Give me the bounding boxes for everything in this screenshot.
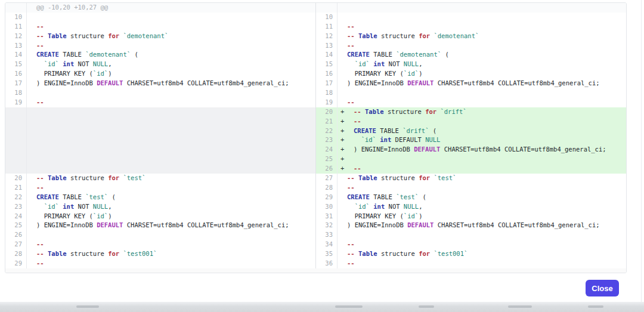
diff-row: 24 PRIMARY KEY (`id`) — [5, 212, 315, 221]
diff-row: 30 `id` int NOT NULL, — [316, 202, 626, 212]
diff-marker — [27, 69, 35, 79]
diff-row — [5, 164, 315, 174]
diff-row: 33 — [316, 230, 626, 240]
line-number — [5, 155, 27, 164]
line-number: 29 — [5, 259, 27, 268]
code-line — [346, 3, 347, 13]
line-number: 12 — [316, 32, 338, 41]
diff-row: 15 `id` int NOT NULL, — [5, 60, 315, 69]
diff-marker — [338, 50, 346, 60]
line-number: 26 — [316, 164, 338, 174]
code-line: -- — [35, 41, 44, 51]
diff-marker: + — [338, 126, 346, 136]
code-line — [346, 155, 354, 164]
line-number — [5, 145, 27, 155]
diff-marker: + — [338, 107, 346, 117]
diff-row: 25) ENGINE=InnoDB DEFAULT CHARSET=utf8mb… — [5, 221, 315, 230]
code-line — [35, 126, 36, 136]
line-number: 27 — [316, 174, 338, 183]
diff-row: 12-- Table structure for `demotenant` — [316, 32, 626, 41]
line-number — [5, 107, 27, 117]
diff-marker — [338, 41, 346, 51]
code-line — [346, 13, 347, 22]
line-number: 21 — [316, 117, 338, 126]
diff-row — [5, 107, 315, 117]
code-line: -- — [35, 98, 44, 107]
line-number: 10 — [5, 13, 27, 22]
line-number: 23 — [316, 135, 338, 145]
diff-row: 19-- — [5, 98, 315, 107]
dimmed-text-smudge — [76, 305, 99, 308]
diff-row — [5, 155, 315, 164]
line-number: 19 — [5, 98, 27, 107]
diff-row: 17) ENGINE=InnoDB DEFAULT CHARSET=utf8mb… — [316, 79, 626, 88]
code-line: CREATE TABLE `test` ( — [346, 193, 426, 202]
code-line — [35, 13, 36, 22]
diff-marker — [27, 155, 35, 164]
code-line: PRIMARY KEY (`id`) — [346, 212, 422, 221]
code-line — [35, 135, 36, 145]
diff-row — [5, 126, 315, 136]
dimmed-text-smudge — [335, 305, 363, 308]
code-line: `id` int NOT NULL, — [346, 202, 422, 212]
line-number: 35 — [316, 249, 338, 259]
diff-marker — [338, 98, 346, 107]
diff-marker: + — [338, 145, 346, 155]
close-button[interactable]: Close — [586, 280, 619, 296]
diff-row — [5, 145, 315, 155]
code-line: -- — [346, 240, 355, 249]
diff-row: 11-- — [316, 22, 626, 32]
diff-marker — [27, 41, 35, 51]
diff-pane-left: @@ -10,20 +10,27 @@1011--12-- Table stru… — [5, 3, 316, 268]
code-line: -- — [346, 41, 355, 51]
dimmed-text-smudge — [508, 305, 532, 308]
diff-marker — [27, 164, 35, 174]
code-line — [346, 230, 347, 240]
line-number: 13 — [316, 41, 338, 51]
diff-row: 29-- — [5, 259, 315, 268]
diff-modal: @@ -10,20 +10,27 @@1011--12-- Table stru… — [0, 0, 644, 302]
diff-marker: + — [338, 155, 346, 164]
diff-row: 18 — [316, 88, 626, 98]
diff-marker — [338, 174, 346, 183]
page-background-dimmed — [0, 302, 644, 312]
line-number: 18 — [316, 88, 338, 98]
diff-row: 20-- Table structure for `test` — [5, 174, 315, 183]
code-line — [35, 88, 36, 98]
diff-marker — [338, 193, 346, 202]
line-number: 11 — [5, 22, 27, 32]
diff-row: 26+-- — [316, 164, 626, 174]
diff-panes: @@ -10,20 +10,27 @@1011--12-- Table stru… — [5, 3, 626, 268]
diff-marker — [338, 249, 346, 259]
modal-right-edge — [641, 0, 642, 302]
line-number: 17 — [316, 79, 338, 88]
line-number: 21 — [5, 183, 27, 193]
code-line: ) ENGINE=InnoDB DEFAULT CHARSET=utf8mb4 … — [35, 79, 289, 88]
line-number: 36 — [316, 259, 338, 268]
line-number: 20 — [5, 174, 27, 183]
diff-marker — [27, 50, 35, 60]
code-line: `id` int NOT NULL, — [35, 202, 112, 212]
line-number: 27 — [5, 240, 27, 249]
diff-marker — [338, 202, 346, 212]
diff-row: 19-- — [316, 98, 626, 107]
diff-row — [5, 135, 315, 145]
diff-marker — [338, 88, 346, 98]
code-line: ) ENGINE=InnoDB DEFAULT CHARSET=utf8mb4 … — [346, 145, 606, 155]
diff-marker — [27, 212, 35, 221]
code-line: -- — [35, 259, 44, 268]
line-number — [5, 3, 27, 13]
diff-viewer: @@ -10,20 +10,27 @@1011--12-- Table stru… — [5, 2, 627, 273]
diff-row: 26 — [5, 230, 315, 240]
code-line: ) ENGINE=InnoDB DEFAULT CHARSET=utf8mb4 … — [35, 221, 289, 230]
diff-marker — [338, 230, 346, 240]
diff-row: 28-- — [316, 183, 626, 193]
diff-row: 20+-- Table structure for `drift` — [316, 107, 626, 117]
diff-row: 12-- Table structure for `demotenant` — [5, 32, 315, 41]
code-line — [35, 107, 36, 117]
diff-marker — [338, 69, 346, 79]
code-line: @@ -10,20 +10,27 @@ — [35, 3, 108, 13]
code-line: `id` int NOT NULL, — [35, 60, 112, 69]
diff-row: 22+CREATE TABLE `drift` ( — [316, 126, 626, 136]
code-line: CREATE TABLE `demotenant` ( — [346, 50, 449, 60]
